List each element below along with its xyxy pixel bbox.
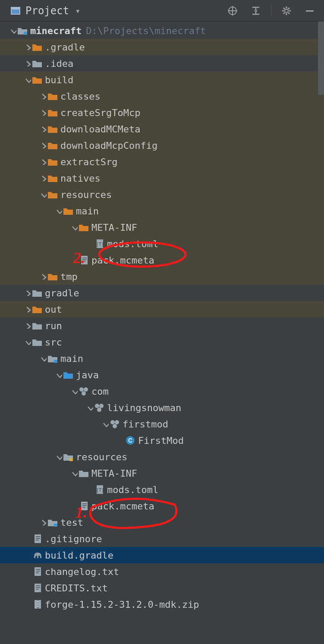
module-folder-icon xyxy=(47,518,58,527)
chevron-right-icon[interactable] xyxy=(40,158,47,166)
tree-label: forge-1.15.2-31.2.0-mdk.zip xyxy=(45,599,199,610)
chevron-right-icon[interactable] xyxy=(24,322,32,330)
tree-item-src[interactable]: src xyxy=(0,334,324,350)
tree-root[interactable]: minecraft D:\Projects\minecraft xyxy=(0,22,324,39)
collapse-all-icon[interactable] xyxy=(249,3,263,18)
folder-icon xyxy=(47,174,58,182)
chevron-down-icon[interactable] xyxy=(86,404,94,412)
chevron-right-icon[interactable] xyxy=(40,273,47,280)
chevron-down-icon[interactable] xyxy=(55,453,63,461)
chevron-down-icon[interactable] xyxy=(71,387,79,395)
tree-item-resources-build[interactable]: resources xyxy=(0,186,324,203)
folder-icon xyxy=(32,321,42,330)
tree-item-credits[interactable]: CREDITS.txt xyxy=(0,580,324,596)
folder-icon xyxy=(47,108,58,117)
tree-label: createSrgToMcp xyxy=(60,107,140,118)
folder-icon xyxy=(32,43,42,51)
tree-item-build[interactable]: build xyxy=(0,72,324,88)
tree-item-forge-zip[interactable]: forge-1.15.2-31.2.0-mdk.zip xyxy=(0,596,324,613)
tree-label: changelog.txt xyxy=(45,566,119,577)
tree-item-firstmod-pkg[interactable]: firstmod xyxy=(0,416,324,432)
tree-item-modstoml-src[interactable]: mods.toml xyxy=(0,481,324,498)
tree-item-metainf-src[interactable]: META-INF xyxy=(0,465,324,481)
tree-item-downloadmcpconfig[interactable]: downloadMcpConfig xyxy=(0,137,324,154)
chevron-right-icon[interactable] xyxy=(40,141,47,149)
project-tree[interactable]: minecraft D:\Projects\minecraft .gradle … xyxy=(0,22,324,613)
chevron-down-icon[interactable] xyxy=(24,76,32,84)
chevron-down-icon[interactable] xyxy=(9,27,17,35)
project-toolbar: Project ▾ xyxy=(0,0,324,22)
chevron-down-icon[interactable] xyxy=(40,355,47,362)
tree-item-resources-src[interactable]: resources xyxy=(0,449,324,465)
tree-item-test[interactable]: test xyxy=(0,514,324,531)
tree-item-firstmod-class[interactable]: FirstMod xyxy=(0,432,324,449)
tree-label: classes xyxy=(60,91,101,102)
tree-item-main-build[interactable]: main xyxy=(0,203,324,219)
folder-icon xyxy=(47,272,58,281)
tree-item-livingsnowman[interactable]: livingsnowman xyxy=(0,399,324,416)
tree-item-packmcmeta-src[interactable]: pack.mcmeta xyxy=(0,498,324,514)
chevron-right-icon[interactable] xyxy=(24,289,32,297)
tree-item-idea[interactable]: .idea xyxy=(0,55,324,72)
tree-item-main-src[interactable]: main xyxy=(0,350,324,367)
tree-label: pack.mcmeta xyxy=(91,255,154,266)
tree-item-gradle-dot[interactable]: .gradle xyxy=(0,39,324,55)
chevron-down-icon[interactable] xyxy=(55,207,63,215)
tree-label: downloadMcpConfig xyxy=(60,140,157,151)
scrollbar[interactable] xyxy=(318,22,324,95)
chevron-right-icon[interactable] xyxy=(40,174,47,182)
folder-icon xyxy=(47,190,58,199)
chevron-right-icon[interactable] xyxy=(40,92,47,100)
class-icon xyxy=(125,436,135,445)
folder-icon xyxy=(47,157,58,166)
chevron-down-icon[interactable] xyxy=(24,338,32,346)
tree-label: downloadMCMeta xyxy=(60,124,140,135)
chevron-down-icon[interactable] xyxy=(71,469,79,477)
chevron-down-icon[interactable] xyxy=(40,191,47,198)
folder-icon xyxy=(47,141,58,150)
chevron-right-icon[interactable] xyxy=(24,60,32,67)
tree-item-classes[interactable]: classes xyxy=(0,88,324,104)
chevron-right-icon[interactable] xyxy=(24,305,32,313)
tree-item-build-gradle[interactable]: build.gradle xyxy=(0,547,324,563)
chevron-down-icon[interactable] xyxy=(102,420,110,428)
gear-icon[interactable] xyxy=(279,3,294,18)
chevron-down-icon[interactable]: ▾ xyxy=(75,6,80,16)
chevron-right-icon[interactable] xyxy=(40,518,47,526)
tree-item-extractsrg[interactable]: extractSrg xyxy=(0,154,324,170)
tree-item-tmp[interactable]: tmp xyxy=(0,268,324,285)
tree-item-gitignore[interactable]: .gitignore xyxy=(0,531,324,547)
tree-item-packmcmeta-build[interactable]: pack.mcmeta xyxy=(0,252,324,268)
tree-label: build xyxy=(45,75,73,85)
text-file-icon xyxy=(32,567,42,576)
tree-item-downloadmcmeta[interactable]: downloadMCMeta xyxy=(0,121,324,137)
chevron-down-icon[interactable] xyxy=(55,371,63,379)
package-icon xyxy=(79,387,89,396)
tree-item-changelog[interactable]: changelog.txt xyxy=(0,563,324,580)
tree-item-createsrg[interactable]: createSrgToMcp xyxy=(0,104,324,121)
tree-label: test xyxy=(60,517,83,528)
tree-label: FirstMod xyxy=(138,435,184,446)
locate-icon[interactable] xyxy=(225,3,240,18)
tree-item-com[interactable]: com xyxy=(0,383,324,399)
tree-item-gradle[interactable]: gradle xyxy=(0,285,324,301)
tree-item-metainf-build[interactable]: META-INF xyxy=(0,219,324,236)
tree-item-run[interactable]: run xyxy=(0,317,324,334)
project-title[interactable]: Project xyxy=(25,5,69,17)
tree-item-modstoml-build[interactable]: mods.toml xyxy=(0,236,324,252)
tree-label: main xyxy=(76,206,99,217)
chevron-right-icon[interactable] xyxy=(40,125,47,133)
tree-label: java xyxy=(76,370,99,380)
chevron-right-icon[interactable] xyxy=(40,109,47,116)
text-file-icon xyxy=(32,584,42,592)
chevron-right-icon[interactable] xyxy=(24,43,32,51)
tree-label: mods.toml xyxy=(107,484,158,495)
minimize-icon[interactable] xyxy=(302,3,317,18)
tree-item-out[interactable]: out xyxy=(0,301,324,317)
tree-item-natives[interactable]: natives xyxy=(0,170,324,186)
tree-item-java[interactable]: java xyxy=(0,367,324,383)
chevron-down-icon[interactable] xyxy=(71,223,79,231)
package-icon xyxy=(110,420,120,428)
tree-label: tmp xyxy=(60,271,78,282)
tree-label: livingsnowman xyxy=(107,402,181,413)
